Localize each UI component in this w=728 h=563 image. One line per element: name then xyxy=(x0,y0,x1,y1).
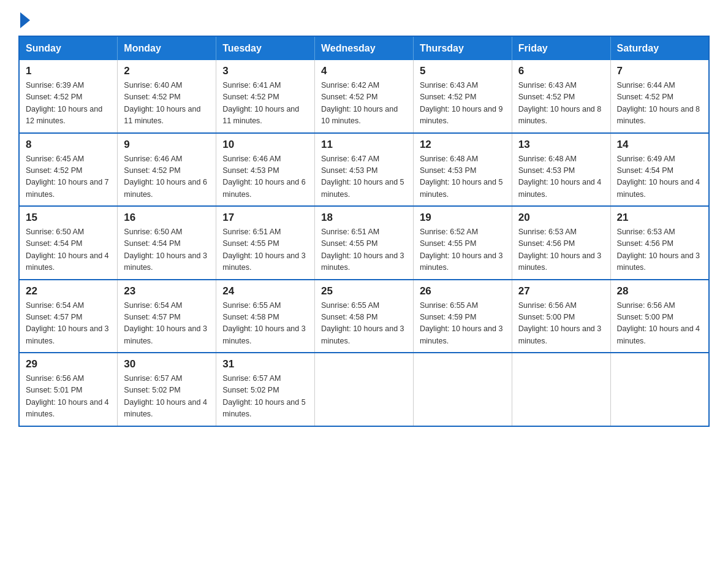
day-number: 17 xyxy=(222,212,308,224)
day-info: Sunrise: 6:51 AMSunset: 4:55 PMDaylight:… xyxy=(321,226,407,274)
day-number: 3 xyxy=(222,65,308,77)
day-info: Sunrise: 6:48 AMSunset: 4:53 PMDaylight:… xyxy=(420,153,506,201)
calendar-cell: 16Sunrise: 6:50 AMSunset: 4:54 PMDayligh… xyxy=(118,206,216,280)
calendar-cell: 26Sunrise: 6:55 AMSunset: 4:59 PMDayligh… xyxy=(413,280,512,353)
day-number: 23 xyxy=(124,285,210,297)
day-info: Sunrise: 6:53 AMSunset: 4:56 PMDaylight:… xyxy=(518,226,604,274)
day-info: Sunrise: 6:56 AMSunset: 5:00 PMDaylight:… xyxy=(518,300,604,348)
calendar-cell xyxy=(413,353,512,426)
day-number: 30 xyxy=(124,358,210,370)
calendar-cell: 9Sunrise: 6:46 AMSunset: 4:52 PMDaylight… xyxy=(118,133,216,207)
calendar-cell: 20Sunrise: 6:53 AMSunset: 4:56 PMDayligh… xyxy=(512,206,610,280)
day-info: Sunrise: 6:49 AMSunset: 4:54 PMDaylight:… xyxy=(617,153,702,201)
calendar-cell: 6Sunrise: 6:43 AMSunset: 4:52 PMDaylight… xyxy=(512,60,610,133)
day-info: Sunrise: 6:55 AMSunset: 4:59 PMDaylight:… xyxy=(420,300,506,348)
calendar-cell: 25Sunrise: 6:55 AMSunset: 4:58 PMDayligh… xyxy=(315,280,414,353)
calendar-cell: 30Sunrise: 6:57 AMSunset: 5:02 PMDayligh… xyxy=(118,353,216,426)
week-row-5: 29Sunrise: 6:56 AMSunset: 5:01 PMDayligh… xyxy=(19,353,709,426)
day-info: Sunrise: 6:56 AMSunset: 5:01 PMDaylight:… xyxy=(26,373,111,421)
day-info: Sunrise: 6:45 AMSunset: 4:52 PMDaylight:… xyxy=(26,153,111,201)
day-number: 20 xyxy=(518,212,604,224)
day-number: 8 xyxy=(26,139,111,151)
day-info: Sunrise: 6:43 AMSunset: 4:52 PMDaylight:… xyxy=(420,80,506,128)
day-number: 7 xyxy=(617,65,702,77)
calendar-cell: 3Sunrise: 6:41 AMSunset: 4:52 PMDaylight… xyxy=(216,60,315,133)
day-info: Sunrise: 6:52 AMSunset: 4:55 PMDaylight:… xyxy=(420,226,506,274)
day-number: 25 xyxy=(321,285,407,297)
calendar-cell: 15Sunrise: 6:50 AMSunset: 4:54 PMDayligh… xyxy=(19,206,118,280)
calendar-table: Sunday Monday Tuesday Wednesday Thursday… xyxy=(18,36,710,427)
day-number: 13 xyxy=(518,139,604,151)
logo-triangle-icon xyxy=(20,12,30,28)
day-number: 19 xyxy=(420,212,506,224)
calendar-cell: 27Sunrise: 6:56 AMSunset: 5:00 PMDayligh… xyxy=(512,280,610,353)
day-number: 31 xyxy=(222,358,308,370)
calendar-cell: 12Sunrise: 6:48 AMSunset: 4:53 PMDayligh… xyxy=(413,133,512,207)
day-number: 22 xyxy=(26,285,111,297)
calendar-cell: 23Sunrise: 6:54 AMSunset: 4:57 PMDayligh… xyxy=(118,280,216,353)
calendar-cell: 28Sunrise: 6:56 AMSunset: 5:00 PMDayligh… xyxy=(610,280,709,353)
calendar-cell: 24Sunrise: 6:55 AMSunset: 4:58 PMDayligh… xyxy=(216,280,315,353)
day-info: Sunrise: 6:50 AMSunset: 4:54 PMDaylight:… xyxy=(124,226,210,274)
logo xyxy=(18,12,30,26)
calendar-cell: 2Sunrise: 6:40 AMSunset: 4:52 PMDaylight… xyxy=(118,60,216,133)
day-info: Sunrise: 6:57 AMSunset: 5:02 PMDaylight:… xyxy=(222,373,308,421)
day-info: Sunrise: 6:46 AMSunset: 4:53 PMDaylight:… xyxy=(222,153,308,201)
day-info: Sunrise: 6:43 AMSunset: 4:52 PMDaylight:… xyxy=(518,80,604,128)
header-tuesday: Tuesday xyxy=(216,36,315,60)
calendar-cell: 7Sunrise: 6:44 AMSunset: 4:52 PMDaylight… xyxy=(610,60,709,133)
day-info: Sunrise: 6:51 AMSunset: 4:55 PMDaylight:… xyxy=(222,226,308,274)
calendar-cell xyxy=(512,353,610,426)
header-sunday: Sunday xyxy=(19,36,118,60)
day-number: 16 xyxy=(124,212,210,224)
day-number: 6 xyxy=(518,65,604,77)
day-number: 10 xyxy=(222,139,308,151)
day-number: 29 xyxy=(26,358,111,370)
page-header xyxy=(18,12,710,26)
day-info: Sunrise: 6:53 AMSunset: 4:56 PMDaylight:… xyxy=(617,226,702,274)
calendar-cell: 5Sunrise: 6:43 AMSunset: 4:52 PMDaylight… xyxy=(413,60,512,133)
day-info: Sunrise: 6:44 AMSunset: 4:52 PMDaylight:… xyxy=(617,80,702,128)
day-info: Sunrise: 6:42 AMSunset: 4:52 PMDaylight:… xyxy=(321,80,407,128)
calendar-cell: 1Sunrise: 6:39 AMSunset: 4:52 PMDaylight… xyxy=(19,60,118,133)
header-saturday: Saturday xyxy=(610,36,709,60)
header-monday: Monday xyxy=(118,36,216,60)
week-row-1: 1Sunrise: 6:39 AMSunset: 4:52 PMDaylight… xyxy=(19,60,709,133)
day-info: Sunrise: 6:55 AMSunset: 4:58 PMDaylight:… xyxy=(222,300,308,348)
day-number: 11 xyxy=(321,139,407,151)
calendar-cell: 4Sunrise: 6:42 AMSunset: 4:52 PMDaylight… xyxy=(315,60,414,133)
day-number: 24 xyxy=(222,285,308,297)
day-number: 28 xyxy=(617,285,702,297)
day-number: 12 xyxy=(420,139,506,151)
day-number: 9 xyxy=(124,139,210,151)
calendar-cell: 18Sunrise: 6:51 AMSunset: 4:55 PMDayligh… xyxy=(315,206,414,280)
week-row-3: 15Sunrise: 6:50 AMSunset: 4:54 PMDayligh… xyxy=(19,206,709,280)
day-info: Sunrise: 6:40 AMSunset: 4:52 PMDaylight:… xyxy=(124,80,210,128)
week-row-4: 22Sunrise: 6:54 AMSunset: 4:57 PMDayligh… xyxy=(19,280,709,353)
day-info: Sunrise: 6:46 AMSunset: 4:52 PMDaylight:… xyxy=(124,153,210,201)
calendar-cell xyxy=(610,353,709,426)
day-info: Sunrise: 6:54 AMSunset: 4:57 PMDaylight:… xyxy=(124,300,210,348)
calendar-cell: 14Sunrise: 6:49 AMSunset: 4:54 PMDayligh… xyxy=(610,133,709,207)
day-info: Sunrise: 6:54 AMSunset: 4:57 PMDaylight:… xyxy=(26,300,111,348)
calendar-cell: 10Sunrise: 6:46 AMSunset: 4:53 PMDayligh… xyxy=(216,133,315,207)
header-friday: Friday xyxy=(512,36,610,60)
calendar-cell: 13Sunrise: 6:48 AMSunset: 4:53 PMDayligh… xyxy=(512,133,610,207)
weekday-header-row: Sunday Monday Tuesday Wednesday Thursday… xyxy=(19,36,709,60)
day-info: Sunrise: 6:48 AMSunset: 4:53 PMDaylight:… xyxy=(518,153,604,201)
day-number: 4 xyxy=(321,65,407,77)
day-number: 14 xyxy=(617,139,702,151)
day-number: 27 xyxy=(518,285,604,297)
calendar-cell: 19Sunrise: 6:52 AMSunset: 4:55 PMDayligh… xyxy=(413,206,512,280)
day-number: 15 xyxy=(26,212,111,224)
calendar-cell xyxy=(315,353,414,426)
day-info: Sunrise: 6:39 AMSunset: 4:52 PMDaylight:… xyxy=(26,80,111,128)
calendar-cell: 11Sunrise: 6:47 AMSunset: 4:53 PMDayligh… xyxy=(315,133,414,207)
day-info: Sunrise: 6:50 AMSunset: 4:54 PMDaylight:… xyxy=(26,226,111,274)
day-number: 5 xyxy=(420,65,506,77)
header-wednesday: Wednesday xyxy=(315,36,414,60)
calendar-cell: 8Sunrise: 6:45 AMSunset: 4:52 PMDaylight… xyxy=(19,133,118,207)
day-info: Sunrise: 6:56 AMSunset: 5:00 PMDaylight:… xyxy=(617,300,702,348)
day-number: 21 xyxy=(617,212,702,224)
header-thursday: Thursday xyxy=(413,36,512,60)
